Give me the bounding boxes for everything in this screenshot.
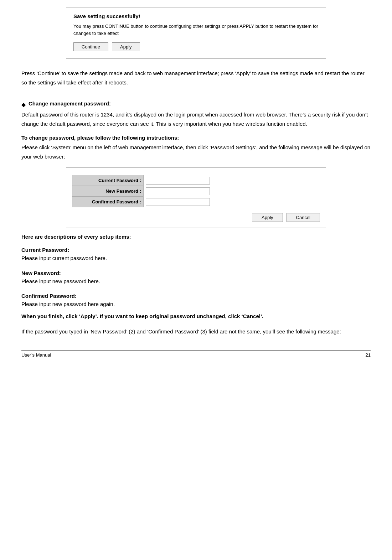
- instructions-description: Please click ‘System’ menu on the left o…: [21, 143, 371, 161]
- save-desc: You may press CONTINUE button to continu…: [73, 23, 319, 37]
- confirmed-password-desc-label: Confirmed Password:: [21, 293, 371, 299]
- apply-button-top[interactable]: Apply: [112, 42, 140, 51]
- current-password-input[interactable]: [146, 177, 210, 185]
- save-buttons: Continue Apply: [73, 42, 319, 51]
- new-password-label: New Password :: [72, 186, 144, 197]
- confirmed-password-input[interactable]: [146, 198, 210, 206]
- current-password-label: Current Password :: [72, 175, 144, 186]
- password-form-table: Current Password : New Password : Confir…: [72, 175, 320, 207]
- form-cancel-button[interactable]: Cancel: [287, 213, 320, 222]
- confirmed-password-row: Confirmed Password :: [72, 197, 320, 207]
- intro-paragraph: Press ‘Continue’ to save the settings ma…: [21, 69, 371, 87]
- new-password-desc-body: Please input new password here.: [21, 277, 371, 286]
- diamond-icon: ◆: [21, 101, 26, 108]
- new-password-desc-section: New Password: Please input new password …: [21, 270, 371, 286]
- current-password-desc-section: Current Password: Please input current p…: [21, 247, 371, 263]
- form-apply-button[interactable]: Apply: [252, 213, 283, 222]
- section-header-text: Change management password:: [29, 100, 111, 107]
- current-password-desc-label: Current Password:: [21, 247, 371, 253]
- new-password-desc-label: New Password:: [21, 270, 371, 276]
- confirmed-password-desc-section: Confirmed Password: Please input new pas…: [21, 293, 371, 309]
- footer-right: 21: [366, 352, 371, 358]
- save-setting-box: Save setting successfully! You may press…: [66, 7, 326, 59]
- new-password-row: New Password :: [72, 186, 320, 197]
- password-form-container: Current Password : New Password : Confir…: [66, 167, 326, 228]
- save-title: Save setting successfully!: [73, 13, 319, 19]
- closing-text: If the password you typed in ‘New Passwo…: [21, 327, 371, 336]
- footer-left: User’s Manual: [21, 352, 51, 358]
- confirmed-password-label: Confirmed Password :: [72, 197, 144, 207]
- confirmed-password-desc-body: Please input new password here again.: [21, 300, 371, 309]
- new-password-input[interactable]: [146, 187, 210, 195]
- section-description: Default password of this router is 1234,…: [21, 110, 371, 128]
- footer: User’s Manual 21: [21, 351, 371, 358]
- warning-text: When you finish, click ‘Apply’. If you w…: [21, 312, 371, 321]
- form-buttons: Apply Cancel: [72, 213, 320, 222]
- instructions-header: To change password, please follow the fo…: [21, 135, 371, 141]
- descriptions-header: Here are descriptions of every setup ite…: [21, 234, 371, 240]
- continue-button[interactable]: Continue: [73, 42, 108, 51]
- current-password-row: Current Password :: [72, 175, 320, 186]
- section-header-block: ◆ Change management password:: [21, 100, 371, 108]
- current-password-desc-body: Please input current password here.: [21, 254, 371, 263]
